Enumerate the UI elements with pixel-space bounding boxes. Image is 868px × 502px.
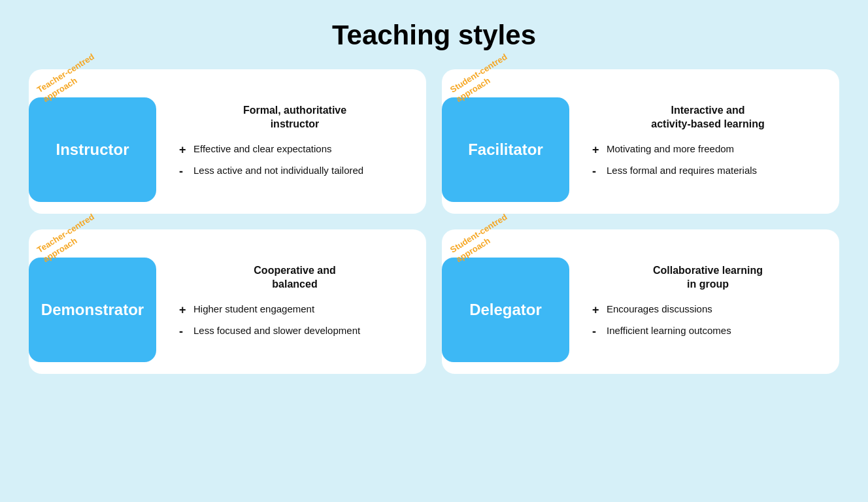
- facilitator-minus-text: Less formal and requires materials: [607, 163, 757, 177]
- facilitator-blue-box: Facilitator: [442, 97, 569, 202]
- instructor-blue-box: Instructor: [29, 97, 156, 202]
- page-title: Teaching styles: [332, 20, 536, 51]
- delegator-minus-text: Inefficient learning outcomes: [607, 324, 731, 337]
- instructor-plus-item: + Effective and clear expectations: [179, 142, 410, 158]
- demonstrator-right: Cooperative andbalanced + Higher student…: [179, 263, 410, 341]
- delegator-minus-item: - Inefficient learning outcomes: [592, 324, 824, 340]
- instructor-minus-symbol: -: [179, 163, 188, 180]
- delegator-plus-symbol: +: [592, 302, 601, 318]
- demonstrator-plus-text: Higher student engagement: [193, 302, 314, 316]
- instructor-right: Formal, authoritativeinstructor + Effect…: [179, 103, 410, 180]
- delegator-plus-text: Encourages discussions: [607, 302, 712, 316]
- instructor-plus-text: Effective and clear expectations: [193, 142, 332, 156]
- delegator-plus-item: + Encourages discussions: [592, 302, 824, 318]
- instructor-left: Teacher-centredapproach Instructor: [29, 81, 166, 202]
- instructor-plus-symbol: +: [179, 142, 188, 158]
- demonstrator-plus-symbol: +: [179, 302, 188, 318]
- delegator-title: Collaborative learningin group: [592, 263, 824, 292]
- facilitator-right: Interactive andactivity-based learning +…: [592, 103, 824, 180]
- demonstrator-left: Teacher-centredapproach Demonstrator: [29, 241, 166, 362]
- instructor-label: Instructor: [49, 141, 135, 159]
- instructor-title: Formal, authoritativeinstructor: [179, 103, 410, 131]
- facilitator-plus-item: + Motivating and more freedom: [592, 142, 824, 158]
- delegator-right: Collaborative learningin group + Encoura…: [592, 263, 824, 341]
- facilitator-plus-symbol: +: [592, 142, 601, 158]
- instructor-minus-text: Less active and not individually tailore…: [193, 163, 363, 177]
- card-delegator: Student-centredapproach Delegator Collab…: [442, 229, 839, 374]
- demonstrator-label: Demonstrator: [35, 301, 150, 319]
- facilitator-label: Facilitator: [461, 141, 550, 159]
- card-facilitator: Student-centredapproach Facilitator Inte…: [442, 69, 839, 214]
- delegator-left: Student-centredapproach Delegator: [442, 241, 579, 362]
- instructor-minus-item: - Less active and not individually tailo…: [179, 163, 410, 180]
- facilitator-minus-item: - Less formal and requires materials: [592, 163, 824, 180]
- card-demonstrator: Teacher-centredapproach Demonstrator Coo…: [29, 229, 426, 374]
- demonstrator-blue-box: Demonstrator: [29, 258, 156, 362]
- teaching-styles-grid: Teacher-centredapproach Instructor Forma…: [29, 69, 839, 374]
- demonstrator-plus-item: + Higher student engagement: [179, 302, 410, 318]
- facilitator-plus-text: Motivating and more freedom: [607, 142, 734, 156]
- delegator-blue-box: Delegator: [442, 258, 569, 362]
- delegator-label: Delegator: [463, 301, 548, 319]
- card-instructor: Teacher-centredapproach Instructor Forma…: [29, 69, 426, 214]
- demonstrator-minus-item: - Less focused and slower development: [179, 324, 410, 340]
- delegator-minus-symbol: -: [592, 324, 601, 340]
- demonstrator-minus-text: Less focused and slower development: [193, 324, 360, 337]
- facilitator-minus-symbol: -: [592, 163, 601, 180]
- facilitator-title: Interactive andactivity-based learning: [592, 103, 824, 131]
- demonstrator-minus-symbol: -: [179, 324, 188, 340]
- demonstrator-title: Cooperative andbalanced: [179, 263, 410, 292]
- facilitator-left: Student-centredapproach Facilitator: [442, 81, 579, 202]
